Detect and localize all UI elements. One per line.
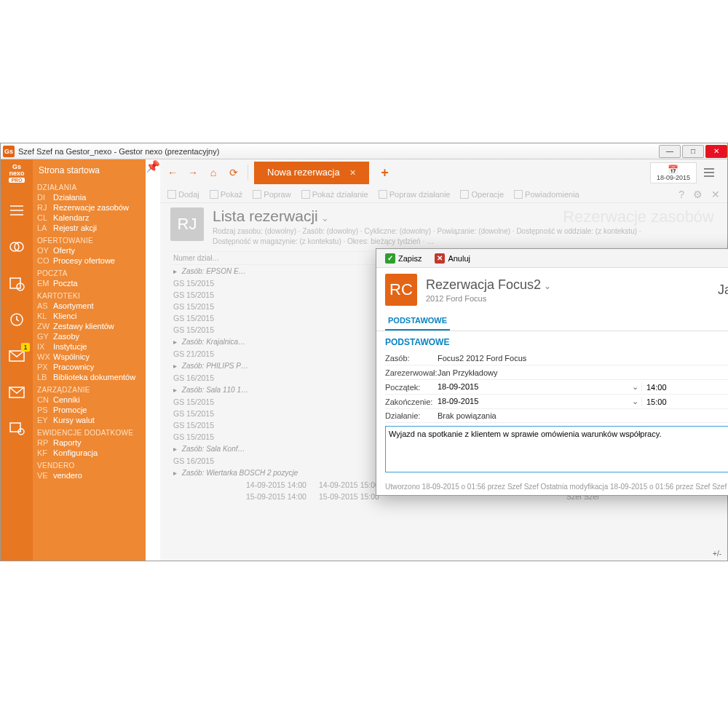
- tab-active[interactable]: Nowa rezerwacja ✕: [254, 162, 369, 184]
- mail-new-icon[interactable]: [5, 344, 28, 368]
- help-icon[interactable]: ?: [678, 189, 684, 200]
- app-icon: Gs: [3, 146, 15, 157]
- field-resource: Zasób: Focus2 2012 Ford Focus ≡: [385, 352, 728, 365]
- application-window: Gs Szef Szef na Gestor_nexo - Gestor nex…: [0, 143, 728, 561]
- toolbar-action[interactable]: Powiadomienia: [514, 190, 579, 199]
- overflow-menu-button[interactable]: [704, 165, 719, 180]
- dialog-title[interactable]: Rezerwacja Focus2⌄: [426, 277, 551, 293]
- toolbar-action[interactable]: Popraw: [253, 190, 290, 199]
- certificate-icon[interactable]: [5, 417, 28, 440]
- pin-icon[interactable]: 📌: [146, 159, 160, 561]
- toolbar-action[interactable]: Popraw działanie: [379, 190, 451, 199]
- sidebar-item[interactable]: IXInstytucje: [37, 341, 140, 352]
- dialog-avatar: RC: [385, 274, 417, 306]
- list-avatar: RJ: [170, 207, 204, 241]
- action-toolbar: DodajPokażPoprawPokaż działaniePopraw dz…: [160, 186, 727, 203]
- filter-summary[interactable]: Rodzaj zasobu: (dowolny) · Zasób: (dowol…: [213, 226, 641, 247]
- dialog-user: Jan Przykładowy: [718, 282, 728, 298]
- dialog-toolbar: ✓Zapisz ✕Anuluj 🖶 ? ⚙ □ ✕: [376, 249, 728, 268]
- cancel-button[interactable]: ✕Anuluj: [430, 252, 475, 265]
- nav-refresh-button[interactable]: ⟳: [226, 165, 242, 181]
- sidebar-item[interactable]: VEvendero: [37, 470, 140, 480]
- tab-add-button[interactable]: +: [381, 165, 389, 181]
- window-maximize-button[interactable]: □: [682, 145, 704, 158]
- sidebar-item[interactable]: LARejestr akcji: [37, 223, 140, 233]
- end-date-input[interactable]: 18-09-2015: [438, 397, 629, 406]
- calendar-icon: 📅: [657, 165, 690, 174]
- calendar-clock-icon[interactable]: [5, 272, 28, 295]
- end-time-input[interactable]: 15:00: [646, 397, 667, 406]
- toolbar-action[interactable]: Operacje: [460, 190, 504, 199]
- sidebar-item[interactable]: PSPromocje: [37, 405, 140, 415]
- clock-icon[interactable]: [5, 308, 28, 331]
- dialog-footer: Utworzono 18-09-2015 o 01:56 przez Szef …: [376, 478, 728, 495]
- sidebar-item[interactable]: RJRezerwacje zasobów: [37, 202, 140, 213]
- sidebar-item[interactable]: KFKonfiguracja: [37, 448, 140, 458]
- zoom-toggle[interactable]: +/-: [713, 550, 721, 558]
- dialog-subtitle: 2012 Ford Focus: [426, 294, 551, 303]
- note-textarea[interactable]: [385, 426, 728, 472]
- sidebar-item[interactable]: GYZasoby: [37, 331, 140, 341]
- sidebar-item[interactable]: DIDziałania: [37, 192, 140, 202]
- sidebar-item[interactable]: RPRaporty: [37, 438, 140, 448]
- reserved-by-value[interactable]: Jan Przykładowy: [438, 368, 728, 377]
- sidebar-item[interactable]: ASAsortyment: [37, 301, 140, 311]
- sidebar: Strona startowa DZIAŁANIADIDziałaniaRJRe…: [33, 159, 146, 561]
- sidebar-item[interactable]: KLKlienci: [37, 311, 140, 321]
- sidebar-item[interactable]: COProcesy ofertowe: [37, 256, 140, 266]
- chevron-down-icon: ⌄: [321, 213, 329, 223]
- hamburger-icon[interactable]: [5, 199, 28, 222]
- sidebar-item[interactable]: WXWspólnicy: [37, 352, 140, 362]
- section-heading: PODSTAWOWE: [385, 337, 728, 347]
- titlebar: Gs Szef Szef na Gestor_nexo - Gestor nex…: [1, 143, 727, 159]
- tab-bar: ← → ⌂ ⟳ Nowa rezerwacja ✕ + 📅 18-09-2015: [160, 159, 727, 186]
- side-rail: Gsnexo PRO: [1, 159, 33, 561]
- view-watermark: Rezerwacje zasobów: [563, 207, 714, 226]
- sidebar-group-header: VENDERO: [37, 461, 140, 470]
- save-button[interactable]: ✓Zapisz: [381, 252, 426, 265]
- sidebar-item[interactable]: EYKursy walut: [37, 415, 140, 425]
- tab-close-icon[interactable]: ✕: [349, 168, 356, 177]
- action-value[interactable]: Brak powiązania: [438, 411, 728, 420]
- sidebar-group-header: ZARZĄDZANIE: [37, 385, 140, 395]
- nav-home-button[interactable]: ⌂: [205, 165, 221, 181]
- mail-icon[interactable]: [5, 381, 28, 404]
- nav-forward-button[interactable]: →: [185, 165, 201, 181]
- tab-label: Nowa rezerwacja: [267, 167, 340, 178]
- window-close-button[interactable]: ✕: [705, 145, 727, 158]
- toolbar-action[interactable]: Pokaż działanie: [301, 190, 368, 199]
- sidebar-group-header: POCZTA: [37, 269, 140, 278]
- sidebar-item[interactable]: CLKalendarz: [37, 213, 140, 223]
- dialog-tab-basic[interactable]: PODSTAWOWE: [385, 312, 450, 331]
- sidebar-item[interactable]: OYOferty: [37, 245, 140, 256]
- sidebar-group-header: EWIDENCJE DODATKOWE: [37, 428, 140, 438]
- date-widget[interactable]: 📅 18-09-2015: [650, 162, 697, 183]
- start-date-input[interactable]: 18-09-2015: [438, 382, 629, 392]
- start-time-input[interactable]: 14:00: [646, 383, 667, 392]
- sidebar-item[interactable]: ZWZestawy klientów: [37, 321, 140, 331]
- sidebar-item[interactable]: EMPoczta: [37, 278, 140, 288]
- panel-close-icon[interactable]: ✕: [711, 189, 720, 200]
- sidebar-group-header: KARTOTEKI: [37, 291, 140, 301]
- resource-value[interactable]: Focus2 2012 Ford Focus: [438, 354, 728, 363]
- settings-icon[interactable]: ⚙: [693, 189, 703, 200]
- product-logo: Gsnexo PRO: [9, 164, 24, 183]
- sidebar-item[interactable]: LBBiblioteka dokumentów: [37, 372, 140, 382]
- field-action: Działanie: Brak powiązania ≡: [385, 409, 728, 423]
- sidebar-start-page[interactable]: Strona startowa: [37, 162, 140, 180]
- sidebar-group-header: DZIAŁANIA: [37, 183, 140, 192]
- toolbar-action[interactable]: Pokaż: [210, 190, 243, 199]
- sidebar-item[interactable]: CNCenniki: [37, 395, 140, 405]
- dropdown-icon[interactable]: ⌄: [629, 382, 641, 392]
- window-minimize-button[interactable]: —: [659, 145, 681, 158]
- toolbar-action[interactable]: Dodaj: [167, 190, 199, 199]
- field-start: Początek: 18-09-2015⌄ 14:00⌄: [385, 380, 728, 395]
- currency-icon[interactable]: [5, 235, 28, 258]
- nav-back-button[interactable]: ←: [165, 165, 181, 181]
- reservation-dialog: ✓Zapisz ✕Anuluj 🖶 ? ⚙ □ ✕ RC Rezerwacja …: [376, 248, 728, 496]
- sidebar-item[interactable]: PXPracownicy: [37, 362, 140, 372]
- window-title: Szef Szef na Gestor_nexo - Gestor nexo (…: [18, 147, 219, 156]
- field-reserved-by: Zarezerwował: Jan Przykładowy ⌄: [385, 365, 728, 380]
- main-area: ← → ⌂ ⟳ Nowa rezerwacja ✕ + 📅 18-09-2015…: [160, 159, 727, 561]
- dropdown-icon[interactable]: ⌄: [629, 397, 641, 406]
